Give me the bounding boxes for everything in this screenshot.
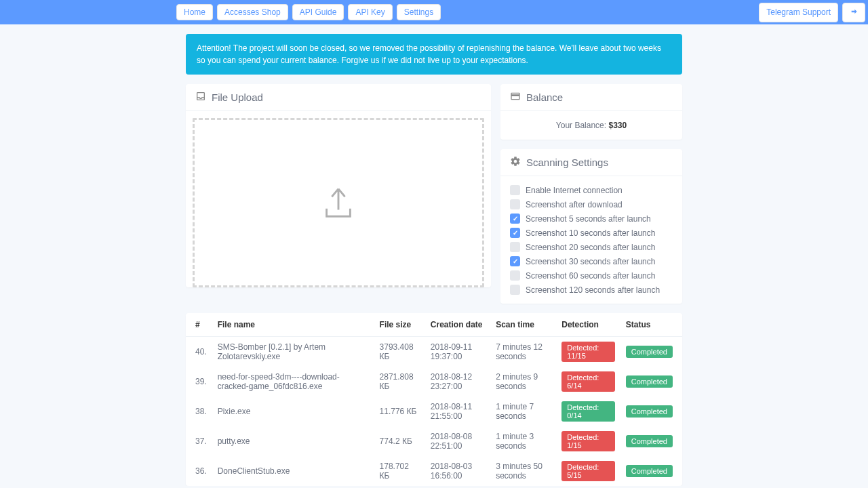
table-cell: need-for-speed-3dm----download-cracked-g… bbox=[212, 367, 374, 396]
setting-row: Screenshot 60 seconds after launch bbox=[510, 268, 673, 283]
nav-api-guide-button[interactable]: API Guide bbox=[292, 4, 344, 20]
column-header: File name bbox=[212, 313, 374, 337]
status-badge: Completed bbox=[626, 465, 673, 477]
setting-row: Screenshot 5 seconds after launch bbox=[510, 211, 673, 226]
setting-label: Screenshot after download bbox=[526, 200, 623, 209]
gears-icon bbox=[510, 156, 521, 169]
table-cell: 39. bbox=[186, 367, 212, 396]
table-row[interactable]: 36.DoneClientStub.exe178.702 КБ2018-08-0… bbox=[186, 456, 682, 486]
detection-badge: Detected: 1/15 bbox=[561, 431, 615, 451]
logout-icon bbox=[848, 6, 859, 19]
nav-api-key-button[interactable]: API Key bbox=[348, 4, 392, 20]
balance-title: Balance bbox=[526, 92, 563, 103]
table-cell: 1 minute 3 seconds bbox=[490, 426, 556, 456]
column-header: Detection bbox=[556, 313, 620, 337]
table-row[interactable]: 40.SMS-Bomber [0.2.1] by Artem Zolotarev… bbox=[186, 337, 682, 367]
setting-row: Screenshot 30 seconds after launch bbox=[510, 254, 673, 268]
setting-label: Screenshot 60 seconds after launch bbox=[526, 271, 655, 281]
table-cell: 3 minutes 50 seconds bbox=[490, 456, 556, 486]
setting-checkbox[interactable] bbox=[510, 214, 520, 224]
table-cell: DoneClientStub.exe bbox=[212, 456, 374, 486]
column-header: Status bbox=[620, 313, 682, 337]
table-cell: 2 minutes 9 seconds bbox=[490, 367, 556, 396]
status-badge: Completed bbox=[626, 375, 673, 388]
closure-alert: Attention! The project will soon be clos… bbox=[186, 34, 682, 75]
status-badge: Completed bbox=[626, 346, 673, 358]
status-badge: Completed bbox=[626, 405, 673, 418]
setting-label: Screenshot 5 seconds after launch bbox=[526, 214, 651, 224]
table-cell: 178.702 КБ bbox=[374, 456, 425, 486]
detection-badge: Detected: 5/15 bbox=[561, 461, 615, 481]
column-header: Creation date bbox=[425, 313, 490, 337]
nav-accesses-shop-button[interactable]: Accesses Shop bbox=[217, 4, 288, 20]
table-cell: 2871.808 КБ bbox=[374, 367, 425, 396]
balance-label: Your Balance: bbox=[556, 121, 609, 130]
setting-row: Screenshot 120 seconds after launch bbox=[510, 283, 673, 297]
setting-row: Screenshot 10 seconds after launch bbox=[510, 226, 673, 240]
nav-right-group: Telegram Support bbox=[759, 3, 865, 22]
table-cell: 2018-09-11 19:37:00 bbox=[425, 337, 490, 367]
table-cell: SMS-Bomber [0.2.1] by Artem Zolotarevski… bbox=[212, 337, 374, 367]
column-header: File size bbox=[374, 313, 425, 337]
setting-label: Screenshot 10 seconds after launch bbox=[526, 228, 655, 238]
table-row[interactable]: 39.need-for-speed-3dm----download-cracke… bbox=[186, 367, 682, 396]
table-cell: 38. bbox=[186, 396, 212, 426]
scanning-settings-card: Scanning Settings Enable Internet connec… bbox=[500, 149, 682, 304]
table-cell: Pixie.exe bbox=[212, 396, 374, 426]
column-header: # bbox=[186, 313, 212, 337]
setting-row: Screenshot 20 seconds after launch bbox=[510, 240, 673, 254]
table-cell: 37. bbox=[186, 426, 212, 456]
inbox-icon bbox=[195, 91, 206, 104]
table-cell: Detected: 6/14 bbox=[556, 367, 620, 396]
table-cell: 1 minute 7 seconds bbox=[490, 396, 556, 426]
column-header: Scan time bbox=[490, 313, 556, 337]
setting-checkbox[interactable] bbox=[510, 199, 520, 209]
table-cell: Completed bbox=[620, 337, 682, 367]
telegram-support-button[interactable]: Telegram Support bbox=[759, 3, 838, 22]
balance-card: Balance Your Balance: $330 bbox=[500, 84, 682, 140]
setting-checkbox[interactable] bbox=[510, 285, 520, 295]
table-cell: Detected: 5/15 bbox=[556, 456, 620, 486]
table-cell: putty.exe bbox=[212, 426, 374, 456]
detection-badge: Detected: 11/15 bbox=[561, 342, 615, 362]
credit-card-icon bbox=[510, 91, 521, 104]
table-cell: 40. bbox=[186, 337, 212, 367]
nav-settings-button[interactable]: Settings bbox=[397, 4, 441, 20]
scanning-settings-title: Scanning Settings bbox=[526, 157, 608, 168]
top-navbar: HomeAccesses ShopAPI GuideAPI KeySetting… bbox=[0, 0, 868, 24]
nav-home-button[interactable]: Home bbox=[176, 4, 213, 20]
upload-dropzone[interactable] bbox=[193, 118, 484, 287]
setting-checkbox[interactable] bbox=[510, 242, 520, 252]
balance-value: $330 bbox=[608, 121, 627, 130]
nav-left-group: HomeAccesses ShopAPI GuideAPI KeySetting… bbox=[176, 4, 441, 20]
table-cell: Completed bbox=[620, 396, 682, 426]
setting-label: Screenshot 20 seconds after launch bbox=[526, 243, 655, 252]
file-upload-title: File Upload bbox=[212, 92, 263, 103]
balance-display: Your Balance: $330 bbox=[510, 118, 673, 133]
table-cell: Detected: 1/15 bbox=[556, 426, 620, 456]
logout-button[interactable] bbox=[842, 3, 865, 22]
setting-checkbox[interactable] bbox=[510, 228, 520, 238]
table-cell: Completed bbox=[620, 456, 682, 486]
table-cell: 2018-08-11 21:55:00 bbox=[425, 396, 490, 426]
table-cell: Completed bbox=[620, 367, 682, 396]
table-row[interactable]: 38.Pixie.exe11.776 КБ2018-08-11 21:55:00… bbox=[186, 396, 682, 426]
table-row[interactable]: 37.putty.exe774.2 КБ2018-08-08 22:51:001… bbox=[186, 426, 682, 456]
setting-checkbox[interactable] bbox=[510, 256, 520, 266]
setting-label: Screenshot 120 seconds after launch bbox=[526, 285, 660, 295]
file-upload-card: File Upload bbox=[186, 84, 491, 287]
table-cell: 2018-08-03 16:56:00 bbox=[425, 456, 490, 486]
table-cell: 11.776 КБ bbox=[374, 396, 425, 426]
table-cell: Completed bbox=[620, 426, 682, 456]
table-cell: 7 minutes 12 seconds bbox=[490, 337, 556, 367]
table-cell: 36. bbox=[186, 456, 212, 486]
scan-history-table-card: #File nameFile sizeCreation dateScan tim… bbox=[186, 313, 682, 486]
setting-checkbox[interactable] bbox=[510, 270, 520, 281]
setting-row: Enable Internet connection bbox=[510, 183, 673, 197]
table-cell: Detected: 0/14 bbox=[556, 396, 620, 426]
setting-label: Screenshot 30 seconds after launch bbox=[526, 257, 655, 266]
setting-label: Enable Internet connection bbox=[526, 186, 623, 195]
detection-badge: Detected: 6/14 bbox=[561, 371, 615, 392]
table-cell: 2018-08-08 22:51:00 bbox=[425, 426, 490, 456]
setting-checkbox[interactable] bbox=[510, 185, 520, 195]
